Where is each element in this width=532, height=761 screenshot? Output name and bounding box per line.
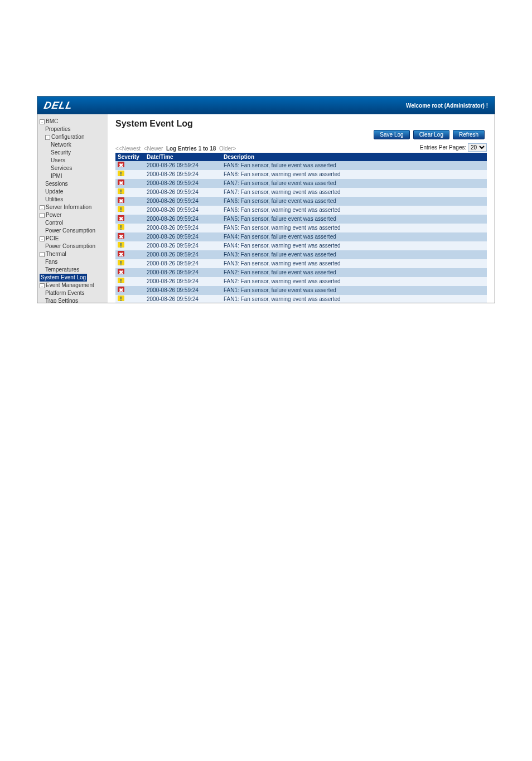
col-severity: Severity (115, 153, 144, 161)
severity-icon: ! (118, 188, 124, 194)
nav-label: Power (46, 212, 61, 218)
severity-icon: ! (118, 224, 124, 230)
table-row: ✖2000-08-26 09:59:24FAN7: Fan sensor, fa… (115, 179, 487, 188)
nav-item[interactable]: Users (40, 157, 105, 164)
pager-newer[interactable]: <Newer (144, 146, 163, 152)
cell-description: FAN3: Fan sensor, warning event was asse… (221, 259, 487, 268)
main-panel: System Event Log Save Log Clear Log Refr… (108, 114, 495, 303)
nav-label: Thermal (46, 251, 66, 257)
tree-toggle-icon[interactable]: - (45, 135, 50, 140)
nav-item[interactable]: -Power (40, 211, 105, 219)
severity-icon: ✖ (118, 287, 124, 292)
nav-item[interactable]: -Configuration (40, 133, 105, 141)
table-row: ✖2000-08-26 09:59:24FAN1: Fan sensor, fa… (115, 286, 487, 295)
page-title: System Event Log (115, 119, 487, 129)
severity-icon: ✖ (118, 180, 124, 185)
nav-item[interactable]: Power Consumption (40, 243, 105, 250)
entries-select[interactable]: 20 (468, 143, 487, 152)
nav-item[interactable]: Security (40, 149, 105, 157)
cell-description: FAN6: Fan sensor, warning event was asse… (221, 206, 487, 215)
tree-toggle-icon[interactable]: - (40, 213, 45, 218)
clear-log-button[interactable]: Clear Log (413, 130, 449, 139)
table-row: !2000-08-26 09:59:24FAN6: Fan sensor, wa… (115, 206, 487, 215)
tree-toggle-icon[interactable]: - (40, 236, 45, 241)
tree-toggle-icon[interactable]: - (40, 252, 45, 257)
nav-item[interactable]: Sessions (40, 180, 105, 188)
nav-item[interactable]: -Server Information (40, 203, 105, 211)
cell-datetime: 2000-08-26 09:59:24 (144, 215, 221, 224)
tree-toggle-icon[interactable]: - (40, 205, 45, 210)
table-row: ✖2000-08-26 09:59:24FAN2: Fan sensor, fa… (115, 268, 487, 277)
cell-description: FAN5: Fan sensor, failure event was asse… (221, 215, 487, 224)
nav-label: BMC (46, 118, 58, 124)
pager-range: Log Entries 1 to 18 (166, 146, 216, 152)
tree-toggle-icon[interactable]: - (40, 119, 45, 124)
cell-description: FAN5: Fan sensor, warning event was asse… (221, 224, 487, 232)
cell-description: FAN1: Fan sensor, failure event was asse… (221, 286, 487, 295)
nav-item[interactable]: Fans (40, 258, 105, 266)
pager-newest[interactable]: <<Newest (115, 146, 141, 152)
refresh-button[interactable]: Refresh (453, 130, 485, 139)
cell-datetime: 2000-08-26 09:59:24 (144, 206, 221, 215)
nav-label: Sessions (45, 181, 68, 187)
nav-item[interactable]: Trap Settings (40, 297, 105, 303)
nav-item[interactable]: Properties (40, 125, 105, 133)
nav-item[interactable]: Update (40, 188, 105, 196)
cell-datetime: 2000-08-26 09:59:24 (144, 224, 221, 232)
severity-icon: ✖ (118, 233, 124, 239)
cell-description: FAN4: Fan sensor, warning event was asse… (221, 241, 487, 250)
cell-description: FAN7: Fan sensor, warning event was asse… (221, 188, 487, 197)
nav-label: Network (51, 142, 71, 148)
nav-item[interactable]: Temperatures (40, 266, 105, 274)
welcome-text: Welcome root (Administrator) ! (406, 103, 488, 109)
nav-label: Fans (45, 259, 57, 265)
nav-label: Configuration (51, 134, 84, 140)
nav-item[interactable]: -Event Management (40, 282, 105, 289)
table-row: !2000-08-26 09:59:24FAN3: Fan sensor, wa… (115, 259, 487, 268)
nav-item[interactable]: Control (40, 219, 105, 227)
cell-datetime: 2000-08-26 09:59:24 (144, 268, 221, 277)
nav-label: Properties (45, 126, 71, 132)
cell-description: FAN8: Fan sensor, warning event was asse… (221, 170, 487, 179)
severity-icon: ✖ (118, 215, 124, 221)
nav-label: Utilities (45, 196, 63, 202)
pager: <<Newest <Newer Log Entries 1 to 18 Olde… (115, 146, 236, 152)
side-nav: -BMCProperties-ConfigurationNetworkSecur… (37, 114, 108, 303)
table-row: ✖2000-08-26 09:59:24FAN6: Fan sensor, fa… (115, 197, 487, 206)
nav-item[interactable]: -Thermal (40, 250, 105, 258)
table-row: !2000-08-26 09:59:24FAN7: Fan sensor, wa… (115, 188, 487, 197)
nav-item[interactable]: Power Consumption (40, 227, 105, 235)
nav-label: Platform Events (45, 290, 85, 296)
save-log-button[interactable]: Save Log (374, 130, 409, 139)
cell-datetime: 2000-08-26 09:59:24 (144, 277, 221, 286)
nav-item[interactable]: System Event Log (40, 274, 105, 282)
cell-datetime: 2000-08-26 09:59:24 (144, 295, 221, 303)
severity-icon: ✖ (118, 269, 124, 274)
nav-item[interactable]: Utilities (40, 196, 105, 203)
cell-description: FAN8: Fan sensor, failure event was asse… (221, 161, 487, 170)
cell-datetime: 2000-08-26 09:59:24 (144, 286, 221, 295)
nav-item[interactable]: -PCIE (40, 235, 105, 243)
nav-item[interactable]: -BMC (40, 118, 105, 125)
nav-label: Power Consumption (45, 243, 95, 249)
cell-description: FAN1: Fan sensor, warning event was asse… (221, 295, 487, 303)
nav-item[interactable]: Platform Events (40, 289, 105, 297)
nav-label: IPMI (51, 173, 62, 179)
nav-item[interactable]: Services (40, 164, 105, 172)
nav-item[interactable]: IPMI (40, 172, 105, 180)
cell-description: FAN2: Fan sensor, warning event was asse… (221, 277, 487, 286)
cell-datetime: 2000-08-26 09:59:24 (144, 170, 221, 179)
tree-toggle-icon[interactable]: - (40, 283, 45, 288)
nav-label: Update (45, 188, 63, 195)
nav-label: Services (51, 165, 72, 171)
severity-icon: ✖ (118, 162, 124, 167)
cell-datetime: 2000-08-26 09:59:24 (144, 197, 221, 206)
cell-datetime: 2000-08-26 09:59:24 (144, 188, 221, 197)
nav-item[interactable]: Network (40, 141, 105, 149)
nav-label: PCIE (46, 235, 59, 241)
action-buttons: Save Log Clear Log Refresh (374, 130, 485, 139)
cell-description: FAN2: Fan sensor, failure event was asse… (221, 268, 487, 277)
pager-older[interactable]: Older> (219, 146, 236, 152)
event-log-table: Severity Date/Time Description ✖2000-08-… (115, 153, 487, 303)
severity-icon: ! (118, 260, 124, 265)
